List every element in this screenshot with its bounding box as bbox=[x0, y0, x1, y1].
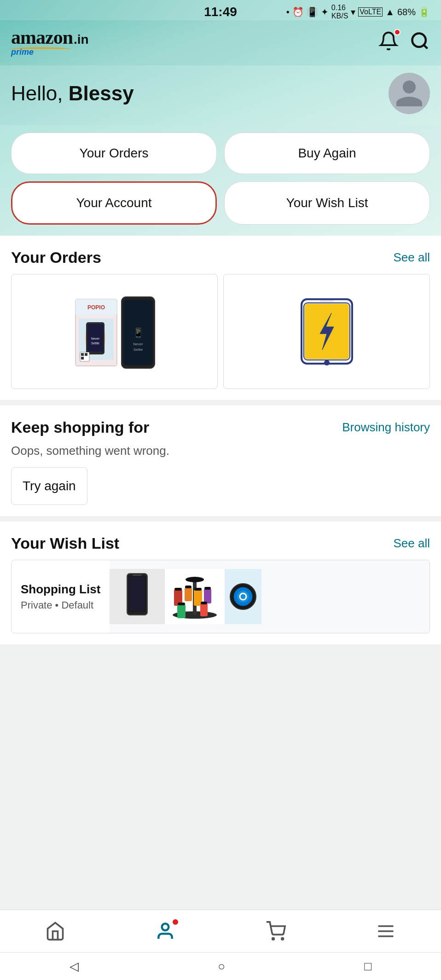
back-button[interactable]: ◁ bbox=[56, 955, 93, 978]
header-icons bbox=[378, 31, 430, 53]
menu-icon bbox=[376, 921, 396, 941]
svg-point-47 bbox=[237, 591, 249, 603]
vibrate-icon: 📳 bbox=[307, 6, 318, 17]
main-content: Your Orders See all POPIO bbox=[0, 236, 441, 700]
error-message: Oops, something went wrong. bbox=[0, 444, 441, 467]
charging-phone-svg bbox=[290, 295, 364, 368]
svg-rect-25 bbox=[320, 300, 334, 302]
greeting-hello: Hello, bbox=[11, 82, 69, 104]
svg-line-1 bbox=[424, 45, 428, 49]
wishlist-product-2 bbox=[165, 569, 225, 624]
svg-point-24 bbox=[324, 360, 330, 365]
wishlist-label: Shopping List Private • Default bbox=[12, 560, 110, 633]
greeting-text: Hello, Blessy bbox=[11, 82, 134, 105]
wishlist-section-header: Your Wish List See all bbox=[0, 522, 441, 560]
home-icon bbox=[45, 921, 65, 941]
keep-shopping-section: Keep shopping for Browsing history Oops,… bbox=[0, 406, 441, 516]
bluetooth-icon: ✦ bbox=[321, 6, 329, 17]
svg-rect-28 bbox=[129, 577, 145, 611]
battery-level: 68% bbox=[397, 7, 416, 17]
svg-rect-38 bbox=[200, 603, 208, 616]
svg-text:Settle: Settle bbox=[133, 348, 143, 352]
nav-menu[interactable] bbox=[366, 917, 405, 945]
order-card-2[interactable] bbox=[223, 274, 430, 389]
orders-grid: POPIO Never Settle bbox=[0, 274, 441, 400]
cart-icon bbox=[266, 921, 286, 941]
section-divider-1 bbox=[0, 400, 441, 406]
orders-section: Your Orders See all POPIO bbox=[0, 236, 441, 400]
orders-section-header: Your Orders See all bbox=[0, 236, 441, 274]
wishlist-see-all[interactable]: See all bbox=[394, 536, 430, 551]
nav-home[interactable] bbox=[36, 917, 75, 945]
svg-rect-34 bbox=[185, 587, 192, 601]
your-account-button[interactable]: Your Account bbox=[11, 181, 217, 225]
charging-phone-image bbox=[285, 290, 368, 373]
wishlist-product-3 bbox=[225, 569, 261, 624]
svg-text:Never: Never bbox=[133, 342, 143, 346]
alarm-icon: ⏰ bbox=[292, 6, 304, 17]
svg-text:Never: Never bbox=[91, 337, 99, 340]
buy-again-button[interactable]: Buy Again bbox=[224, 133, 430, 174]
browsing-history-link[interactable]: Browsing history bbox=[342, 420, 430, 435]
orders-see-all[interactable]: See all bbox=[394, 250, 430, 265]
greeting-section: Hello, Blessy bbox=[0, 65, 441, 125]
signal-icon: ▲ bbox=[385, 7, 395, 17]
notification-dot bbox=[394, 29, 400, 35]
wishlist-card[interactable]: Shopping List Private • Default bbox=[11, 560, 430, 633]
order-card-1[interactable]: POPIO Never Settle bbox=[11, 274, 218, 389]
svg-rect-44 bbox=[201, 602, 207, 604]
header: amazon .in prime bbox=[0, 20, 441, 65]
screen-protector-product: POPIO Never Settle bbox=[69, 285, 161, 377]
avatar[interactable] bbox=[389, 73, 430, 114]
dot-indicator: • bbox=[286, 7, 290, 17]
try-again-button[interactable]: Try again bbox=[11, 467, 87, 505]
wishlist-product-1 bbox=[110, 569, 165, 624]
recent-button[interactable]: □ bbox=[350, 955, 385, 978]
product-image-1: POPIO Never Settle bbox=[23, 285, 206, 377]
volte-icon: VoLTE bbox=[358, 7, 383, 17]
svg-rect-37 bbox=[177, 604, 186, 618]
battery-icon: 🔋 bbox=[418, 6, 430, 17]
nav-cart[interactable] bbox=[256, 917, 295, 945]
svg-point-50 bbox=[272, 938, 274, 940]
amazon-prime-label: prime bbox=[11, 48, 89, 56]
home-button[interactable]: ○ bbox=[204, 955, 239, 978]
data-speed: 0.16KB/S bbox=[331, 4, 348, 20]
svg-rect-14 bbox=[81, 357, 84, 360]
svg-point-51 bbox=[282, 938, 284, 940]
svg-rect-42 bbox=[204, 587, 211, 590]
wishlist-name: Shopping List bbox=[21, 582, 100, 597]
status-bar: 11:49 • ⏰ 📳 ✦ 0.16KB/S ▾ VoLTE ▲ 68% 🔋 bbox=[0, 0, 441, 20]
svg-rect-41 bbox=[194, 588, 202, 591]
svg-rect-40 bbox=[185, 586, 191, 588]
wishlist-meta: Private • Default bbox=[21, 599, 100, 611]
orders-section-title: Your Orders bbox=[11, 249, 101, 267]
greeting-username: Blessy bbox=[69, 82, 134, 104]
profile-nav-dot bbox=[173, 919, 178, 925]
keep-shopping-header: Keep shopping for Browsing history bbox=[0, 406, 441, 444]
svg-point-0 bbox=[412, 34, 426, 47]
wishlist-section-title: Your Wish List bbox=[11, 534, 119, 552]
notification-bell[interactable] bbox=[378, 31, 399, 53]
amazon-locale: .in bbox=[74, 33, 89, 46]
svg-text:📱: 📱 bbox=[132, 327, 144, 338]
svg-text:Settle: Settle bbox=[91, 342, 99, 345]
your-orders-button[interactable]: Your Orders bbox=[11, 133, 217, 174]
nav-buttons-grid: Your Orders Buy Again Your Account Your … bbox=[0, 125, 441, 236]
wishlist-products bbox=[110, 560, 429, 633]
section-divider-2 bbox=[0, 516, 441, 522]
svg-rect-36 bbox=[204, 589, 211, 603]
svg-rect-43 bbox=[178, 603, 185, 605]
wifi-icon: ▾ bbox=[351, 6, 355, 17]
nav-profile[interactable] bbox=[146, 917, 185, 945]
status-time: 11:49 bbox=[204, 5, 237, 19]
system-nav: ◁ ○ □ bbox=[0, 952, 441, 980]
amazon-logo-text: amazon bbox=[11, 28, 73, 47]
search-icon[interactable] bbox=[410, 31, 430, 53]
svg-point-49 bbox=[162, 924, 169, 931]
your-wishlist-button[interactable]: Your Wish List bbox=[224, 181, 430, 225]
status-icons: • ⏰ 📳 ✦ 0.16KB/S ▾ VoLTE ▲ 68% 🔋 bbox=[286, 4, 430, 20]
profile-icon bbox=[155, 921, 175, 941]
svg-rect-29 bbox=[133, 574, 142, 576]
keep-shopping-title: Keep shopping for bbox=[11, 418, 149, 436]
